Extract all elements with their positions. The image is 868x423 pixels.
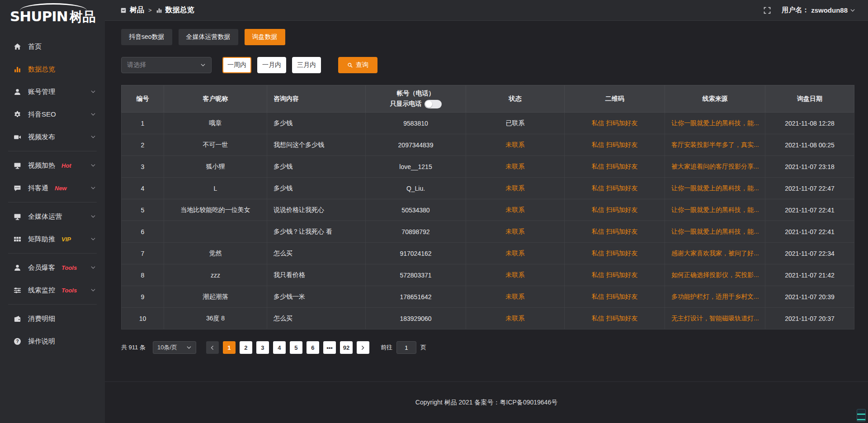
next-page-button[interactable] (357, 341, 369, 354)
breadcrumb: 树品 > 数据总览 (120, 5, 194, 15)
cell-qr-links[interactable]: 私信 扫码加好友 (565, 199, 665, 221)
chevron-down-icon (90, 89, 96, 94)
period-button-quarter[interactable]: 三月内 (292, 57, 321, 73)
chat-widget-icon[interactable] (857, 409, 866, 422)
logo: SHUPIN树品 (0, 0, 105, 28)
sidebar-item-video-publish[interactable]: 视频发布 (0, 126, 105, 148)
sidebar-item-data-overview[interactable]: 数据总览 (0, 58, 105, 80)
account-select[interactable]: 请选择 (121, 57, 212, 73)
column-header-7: 询盘日期 (765, 85, 854, 113)
page-button-3[interactable]: 3 (256, 341, 269, 354)
cell-source[interactable]: 无主灯设计，智能磁吸轨道灯... (665, 308, 765, 329)
cell-status: 未联系 (466, 264, 565, 286)
search-button[interactable]: 查询 (338, 57, 377, 73)
cell-content: 我想问这个多少钱 (267, 134, 366, 156)
sidebar-item-label: 视频加热 (28, 161, 55, 170)
sidebar-item-label: 视频发布 (28, 133, 55, 141)
cell-source[interactable]: 被大家追着问的客厅投影分享... (665, 156, 765, 178)
goto-page-input[interactable] (396, 341, 416, 354)
sidebar-item-douyin-seo[interactable]: 抖音SEO (0, 103, 105, 126)
cell-content: 多少钱 (267, 113, 366, 134)
cell-source[interactable]: 客厅安装投影半年多了，真实... (665, 134, 765, 156)
video-icon (14, 133, 21, 141)
page-ellipsis-button[interactable]: ••• (323, 341, 336, 354)
cell-source[interactable]: 让你一眼就爱上的黑科技，能... (665, 178, 765, 199)
cell-source[interactable]: 如何正确选择投影仪，买投影... (665, 264, 765, 286)
cell-content: 多少钱一米 (267, 286, 366, 308)
cell-nickname: 哦章 (164, 113, 267, 134)
page-button-4[interactable]: 4 (273, 341, 286, 354)
cell-qr-links[interactable]: 私信 扫码加好友 (565, 243, 665, 264)
page-button-2[interactable]: 2 (240, 341, 252, 354)
cell-source[interactable]: 感谢大家喜欢我家，被问了好... (665, 243, 765, 264)
prev-page-button[interactable] (206, 341, 219, 354)
filter-bar: 请选择 一周内一月内三月内 查询 (121, 57, 854, 73)
username-label: 用户名： (782, 6, 809, 14)
phone-toggle-row: 只显示电话 (370, 100, 461, 108)
cell-date: 2021-11-07 20:37 (765, 308, 854, 329)
person-icon (14, 264, 21, 272)
gear-icon (14, 111, 21, 118)
cell-content: 多少钱 (267, 156, 366, 178)
logo-text-en: SHUPIN (10, 8, 68, 24)
chevron-down-icon (850, 8, 855, 13)
cell-qr-links[interactable]: 私信 扫码加好友 (565, 264, 665, 286)
user-icon (14, 88, 21, 96)
cell-status: 未联系 (466, 156, 565, 178)
tab-media-operation-data[interactable]: 全媒体运营数据 (179, 29, 238, 45)
page-button-92[interactable]: 92 (340, 341, 353, 354)
monitor-icon (14, 162, 21, 169)
chevron-down-icon (90, 236, 96, 242)
page-button-6[interactable]: 6 (307, 341, 319, 354)
user-menu[interactable]: 用户名： zswodun88 (782, 6, 855, 14)
breadcrumb-root[interactable]: 树品 (130, 5, 144, 15)
sidebar-item-operation-guide[interactable]: ?操作说明 (0, 330, 105, 352)
page-button-5[interactable]: 5 (290, 341, 302, 354)
page-size-label: 10条/页 (157, 343, 177, 352)
cell-qr-links[interactable]: 私信 扫码加好友 (565, 134, 665, 156)
sidebar-item-video-heat[interactable]: 视频加热Hot (0, 154, 105, 177)
fullscreen-icon[interactable] (764, 7, 771, 14)
page-size-select[interactable]: 10条/页 (153, 341, 196, 354)
sidebar-badge-tools: Tools (61, 287, 77, 294)
sidebar-item-home[interactable]: 首页 (0, 35, 105, 58)
page-button-1[interactable]: 1 (223, 341, 236, 354)
sidebar-item-matrix-boost[interactable]: 矩阵助推VIP (0, 228, 105, 250)
sidebar-item-label: 线索监控 (28, 286, 55, 295)
cell-source[interactable]: 让你一眼就爱上的黑科技，能... (665, 221, 765, 243)
column-header-6: 线索来源 (665, 85, 765, 113)
sidebar-item-label: 消费明细 (28, 315, 55, 323)
sidebar-item-media-operation[interactable]: 全媒体运营 (0, 205, 105, 228)
cell-qr-links[interactable]: 私信 扫码加好友 (565, 308, 665, 329)
data-tabs: 抖音seo数据全媒体运营数据询盘数据 (121, 29, 854, 45)
goto-unit-label: 页 (420, 343, 426, 352)
cell-qr-links[interactable]: 私信 扫码加好友 (565, 286, 665, 308)
cell-source[interactable]: 多功能护栏灯，适用于乡村文... (665, 286, 765, 308)
bar-chart-icon (156, 7, 162, 14)
period-button-month[interactable]: 一月内 (257, 57, 286, 73)
cell-no: 6 (122, 221, 164, 243)
cell-qr-links[interactable]: 私信 扫码加好友 (565, 221, 665, 243)
sidebar-item-account-management[interactable]: 账号管理 (0, 80, 105, 103)
sidebar-badge-new: New (55, 185, 67, 192)
table-row: 1哦章多少钱9583810已联系私信 扫码加好友让你一眼就爱上的黑科技，能...… (122, 113, 854, 134)
sidebar-item-douketong[interactable]: 抖客通New (0, 177, 105, 199)
phone-only-toggle[interactable] (425, 100, 442, 108)
cell-qr-links[interactable]: 私信 扫码加好友 (565, 178, 665, 199)
cell-qr-links[interactable]: 私信 扫码加好友 (565, 113, 665, 134)
cell-source[interactable]: 让你一眼就爱上的黑科技，能... (665, 113, 765, 134)
tab-inquiry-data[interactable]: 询盘数据 (245, 29, 285, 45)
inquiry-table: 编号客户昵称咨询内容帐号（电话）只显示电话状态二维码线索来源询盘日期 1哦章多少… (121, 85, 854, 329)
period-button-week[interactable]: 一周内 (222, 57, 251, 73)
svg-text:?: ? (16, 339, 19, 344)
cell-source[interactable]: 让你一眼就爱上的黑科技，能... (665, 199, 765, 221)
cell-qr-links[interactable]: 私信 扫码加好友 (565, 156, 665, 178)
column-header-3: 帐号（电话）只显示电话 (366, 85, 466, 113)
breadcrumb-current: 数据总览 (165, 5, 194, 15)
tab-douyin-seo-data[interactable]: 抖音seo数据 (121, 29, 172, 45)
sidebar-item-member-blast[interactable]: 会员爆客Tools (0, 256, 105, 279)
sidebar-item-consume-detail[interactable]: 消费明细 (0, 307, 105, 330)
cell-nickname: L (164, 178, 267, 199)
sidebar-item-clue-monitor[interactable]: 线索监控Tools (0, 279, 105, 301)
sidebar-item-label: 矩阵助推 (28, 235, 55, 244)
